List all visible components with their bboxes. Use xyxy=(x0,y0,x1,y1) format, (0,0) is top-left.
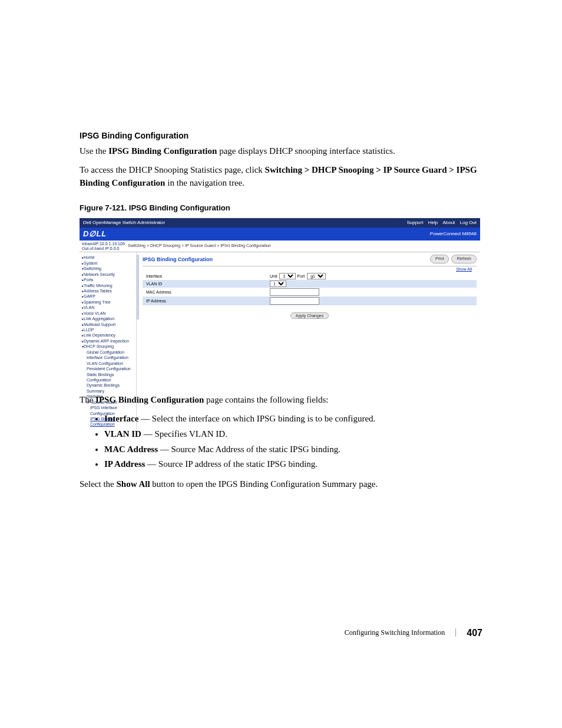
form-value xyxy=(270,288,319,296)
nav-item[interactable]: Network Security xyxy=(82,272,135,277)
oob-ip: Out-of-band IP:0.0.0 xyxy=(82,246,123,251)
nav-item[interactable]: Link Dependency xyxy=(82,332,135,338)
list-item: VLAN ID — Specifies VLAN ID. xyxy=(104,428,482,441)
text: page displays DHCP snooping interface st… xyxy=(217,146,395,156)
nav-item[interactable]: Persistent Configuration xyxy=(82,366,135,371)
nav-item[interactable]: Traffic Mirroring xyxy=(82,283,135,288)
section-heading: IPSG Binding Configuration xyxy=(80,130,482,141)
breadcrumb: Switching > DHCP Snooping > IP Source Gu… xyxy=(125,241,480,252)
config-form: Interface Unit 1 Port g1 VLAN ID xyxy=(143,272,477,319)
model-label: PowerConnect M8548 xyxy=(430,230,477,238)
window-titlebar: Dell OpenManage Switch Administrator Sup… xyxy=(80,218,480,228)
mac-input[interactable] xyxy=(270,288,319,296)
form-value xyxy=(270,297,319,305)
nav-item[interactable]: Address Tables xyxy=(82,288,135,294)
field-desc: — Source IP address of the static IPSG b… xyxy=(145,459,318,469)
ip-input[interactable] xyxy=(270,297,319,305)
nav-item[interactable]: Switching xyxy=(82,266,135,271)
form-row-vlan: VLAN ID 1 xyxy=(143,280,477,288)
refresh-button[interactable]: Refresh xyxy=(451,255,477,263)
footer-text: Configuring Switching Information xyxy=(345,628,445,638)
text: Select the xyxy=(80,479,116,489)
show-all-button[interactable]: Show All xyxy=(451,266,477,273)
window-title: Dell OpenManage Switch Administrator xyxy=(83,219,165,226)
nav-item[interactable]: Home xyxy=(82,255,135,260)
brand-bar: D∅LL PowerConnect M8548 xyxy=(80,228,480,241)
nav-item[interactable]: DHCP Snooping xyxy=(82,344,135,349)
form-label: Interface xyxy=(146,274,270,279)
document-page: IPSG Binding Configuration Use the IPSG … xyxy=(0,0,562,728)
port-select[interactable]: g1 xyxy=(307,273,326,279)
nav-item[interactable]: Dynamic ARP Inspection xyxy=(82,338,135,344)
top-link-help[interactable]: Help xyxy=(428,220,438,225)
nav-item[interactable]: Link Aggregation xyxy=(82,316,135,321)
text: Use the xyxy=(80,146,108,156)
text: in the navigation tree. xyxy=(165,178,244,187)
text-bold: IPSG Binding Configuration xyxy=(108,146,217,156)
top-link-about[interactable]: About xyxy=(442,220,455,225)
form-label: MAC Address xyxy=(146,289,270,295)
port-label: Port xyxy=(297,274,305,278)
nav-item[interactable]: VLAN xyxy=(82,305,135,310)
form-row-interface: Interface Unit 1 Port g1 xyxy=(143,272,477,280)
intro-paragraph: Use the IPSG Binding Configuration page … xyxy=(80,145,482,158)
unit-select[interactable]: 1 xyxy=(279,273,296,279)
field-desc: — Specifies VLAN ID. xyxy=(141,429,227,439)
nav-item[interactable]: Static Bindings Configuration xyxy=(82,372,135,383)
main-panel: Print Refresh Show All IPSG Binding Conf… xyxy=(137,252,480,430)
nav-item[interactable]: System xyxy=(82,261,135,266)
form-label: IP Address xyxy=(146,298,270,304)
nav-item[interactable]: Interface Configuration xyxy=(82,355,135,360)
footer-divider xyxy=(455,628,456,637)
text: button to open the IPGS Binding Configur… xyxy=(150,479,378,489)
nav-item[interactable]: GARP xyxy=(82,294,135,299)
apply-button[interactable]: Apply Changes xyxy=(290,312,329,319)
top-link-support[interactable]: Support xyxy=(406,220,423,225)
device-ident: InbandIP:10.0.1.19.109 Out-of-band IP:0.… xyxy=(80,241,125,252)
list-item: MAC Address — Source Mac Address of the … xyxy=(104,443,482,456)
field-term: VLAN ID xyxy=(104,429,141,439)
info-row: InbandIP:10.0.1.19.109 Out-of-band IP:0.… xyxy=(80,241,480,252)
nav-item[interactable]: Voice VLAN xyxy=(82,311,135,316)
page-footer: Configuring Switching Information 407 xyxy=(345,626,482,640)
field-term: Interface xyxy=(104,414,138,423)
top-link-logout[interactable]: Log Out xyxy=(460,220,477,225)
screenshot: Dell OpenManage Switch Administrator Sup… xyxy=(80,218,480,389)
form-row-mac: MAC Address xyxy=(143,288,477,297)
button-bar: Print Refresh Show All xyxy=(430,255,477,272)
nav-item[interactable]: Ports xyxy=(82,277,135,282)
print-button[interactable]: Print xyxy=(430,255,449,263)
form-value: Unit 1 Port g1 xyxy=(270,273,326,279)
panel-heading: IPSG Binding Configuration xyxy=(143,255,477,266)
nav-item[interactable]: Spanning Tree xyxy=(82,299,135,305)
field-term: IP Address xyxy=(104,459,145,469)
top-link-bar: Support Help About Log Out xyxy=(403,219,477,226)
page-number: 407 xyxy=(467,626,482,640)
field-term: MAC Address xyxy=(104,444,158,454)
vlan-select[interactable]: 1 xyxy=(270,281,286,287)
form-value: 1 xyxy=(270,281,286,287)
field-desc: — Source Mac Address of the static IPSG … xyxy=(158,444,340,454)
list-item: IP Address — Source IP address of the st… xyxy=(104,458,482,471)
nav-item[interactable]: Multicast Support xyxy=(82,322,135,327)
inband-ip: InbandIP:10.0.1.19.109 xyxy=(82,242,123,246)
nav-item[interactable]: LLDP xyxy=(82,327,135,332)
panel-divider xyxy=(137,255,139,319)
brand-logo: D∅LL xyxy=(83,229,107,240)
figure-caption: Figure 7-121. IPSG Binding Configuration xyxy=(80,203,482,214)
form-row-ip: IP Address xyxy=(143,297,477,305)
unit-label: Unit xyxy=(270,274,277,278)
screenshot-body: HomeSystemSwitchingNetwork SecurityPorts… xyxy=(80,252,480,430)
access-paragraph: To access the DHCP Snooping Statistics p… xyxy=(80,164,482,190)
nav-item[interactable]: VLAN Configuration xyxy=(82,361,135,366)
nav-item[interactable]: Global Configuration xyxy=(82,350,135,355)
text: The xyxy=(80,395,95,404)
text-bold: Show All xyxy=(116,479,150,489)
text: To access the DHCP Snooping Statistics p… xyxy=(80,165,265,174)
closing-paragraph: Select the Show All button to open the I… xyxy=(80,478,482,491)
nav-item[interactable]: Dynamic Bindings Summary xyxy=(82,383,135,394)
form-label: VLAN ID xyxy=(146,281,270,287)
